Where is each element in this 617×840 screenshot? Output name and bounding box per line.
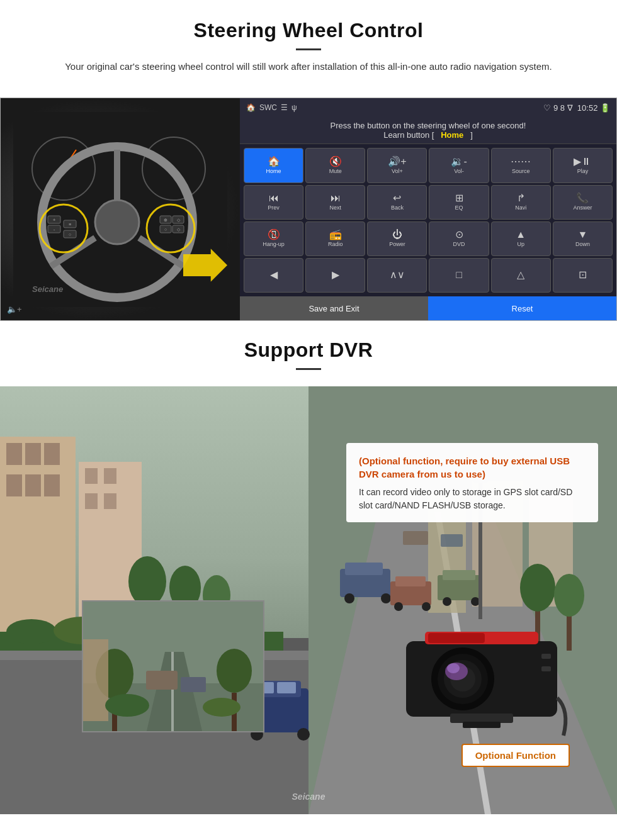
swc-btn-up[interactable]: ▲ Up [491,221,551,256]
swc-btn-source[interactable]: ⋯⋯ Source [491,148,551,182]
swc-btn-radio[interactable]: 📻 Radio [305,221,365,256]
dvd-btn-icon: ⊙ [455,230,463,240]
menu-icon: ☰ [281,103,288,112]
mute-btn-icon: 🔇 [329,157,342,167]
swc-btn-mute[interactable]: 🔇 Mute [305,148,365,182]
swc-divider [296,48,321,50]
swc-action-bar: Save and Exit Reset [240,296,616,320]
swc-btn-eq[interactable]: ⊞ EQ [429,185,489,220]
left-btn-icon: ◀ [270,270,278,280]
swc-btn-prev[interactable]: ⏮ Prev [244,185,303,220]
optional-function-badge: Optional Function [461,744,570,767]
svg-rect-42 [104,493,116,509]
svg-text:○: ○ [69,232,71,237]
svg-rect-75 [443,570,475,580]
power-btn-icon: ⏻ [392,230,402,240]
dvr-title: Support DVR [25,339,592,362]
swc-btn-dvd[interactable]: ⊙ DVD [429,221,489,256]
dvr-camera-area [384,600,579,745]
swc-btn-grid[interactable]: ⊡ [553,258,613,293]
home-btn-label: Home [266,168,281,174]
svg-point-5 [95,200,139,244]
svg-rect-87 [277,682,296,693]
svg-rect-67 [345,563,383,575]
swc-learn-row: Press the button on the steering wheel o… [240,117,616,144]
svg-point-85 [297,728,310,741]
volume-icon: 🔈+ [7,305,22,314]
up-btn-label: Up [517,241,524,247]
swc-btn-tri[interactable]: △ [491,258,551,293]
svg-point-100 [203,698,241,717]
swc-btn-left[interactable]: ◀ [244,258,303,293]
svg-rect-112 [450,714,513,723]
swc-btn-hangup[interactable]: 📵 Hang-up [244,221,303,256]
svg-rect-33 [25,443,41,465]
right-btn-icon: ▶ [332,270,339,280]
svg-text:⊕: ⊕ [164,218,167,222]
svg-rect-31 [0,437,76,651]
swc-btn-home[interactable]: 🏠 Home [244,148,303,182]
dvr-image-area: (Optional function, require to buy exter… [0,386,617,814]
swc-btn-power[interactable]: ⏻ Power [367,221,427,256]
next-btn-label: Next [329,204,341,211]
svg-rect-36 [25,474,41,496]
dvd-btn-label: DVD [453,241,465,247]
swc-btn-play[interactable]: ▶⏸ Play [553,148,613,182]
svg-rect-74 [438,575,482,600]
prev-btn-label: Prev [268,204,280,211]
swc-btn-volup[interactable]: 🔊+ Vol+ [367,148,427,182]
svg-rect-78 [403,531,428,545]
reset-button[interactable]: Reset [428,296,616,320]
swc-btn-right[interactable]: ▶ [305,258,365,293]
mute-btn-label: Mute [329,168,342,174]
play-btn-icon: ▶⏸ [574,157,591,167]
swc-btn-caret[interactable]: ∧∨ [367,258,427,293]
signal-icon: ψ [292,103,297,112]
square-btn-icon: □ [456,270,462,280]
swc-button-grid: 🏠 Home 🔇 Mute 🔊+ Vol+ 🔉- Vol- ⋯⋯ Source … [240,144,616,296]
svg-rect-41 [85,493,98,509]
grid-btn-icon: ⊡ [579,270,587,280]
home-btn-icon: 🏠 [268,157,280,167]
svg-rect-98 [83,639,108,721]
answer-btn-label: Answer [573,204,592,211]
svg-rect-111 [541,666,551,671]
swc-btn-down[interactable]: ▼ Down [553,221,613,256]
source-btn-label: Source [512,168,530,174]
swc-btn-back[interactable]: ↩ Back [367,185,427,220]
svg-rect-35 [6,474,22,496]
svg-rect-93 [181,677,206,692]
volup-btn-label: Vol+ [392,168,403,174]
section-dvr-title-area: Support DVR [0,321,617,386]
svg-point-99 [105,694,149,717]
svg-rect-79 [441,534,463,547]
dvr-info-card: (Optional function, require to buy exter… [346,443,598,522]
svg-rect-34 [44,443,60,465]
up-btn-icon: ▲ [516,230,526,240]
navi-btn-label: Navi [515,204,526,211]
source-btn-icon: ⋯⋯ [511,157,531,167]
volup-btn-icon: 🔊+ [388,157,406,167]
next-btn-icon: ⏭ [331,193,341,203]
dvr-info-body: It can record video only to storage in G… [359,486,586,512]
back-btn-icon: ↩ [393,193,401,203]
svg-text:-: - [54,227,55,232]
svg-rect-66 [340,569,390,597]
swc-time: ♡ 9 8 ∇ 10:52 🔋 [543,103,610,113]
dvr-camera-svg [387,603,576,742]
swc-statusbar-left: 🏠 SWC ☰ ψ [246,103,297,112]
seicane-watermark-dvr: Seicane [292,792,325,802]
swc-btn-square[interactable]: □ [429,258,489,293]
swc-btn-answer[interactable]: 📞 Answer [553,185,613,220]
swc-label: SWC [259,103,277,112]
svg-rect-39 [85,468,98,484]
hangup-btn-label: Hang-up [263,241,285,247]
save-exit-button[interactable]: Save and Exit [240,296,428,320]
optional-function-label: Optional Function [475,750,556,761]
section-swc: Steering Wheel Control Your original car… [0,0,617,98]
svg-rect-40 [104,468,116,484]
swc-ui-panel: 🏠 SWC ☰ ψ ♡ 9 8 ∇ 10:52 🔋 Press the butt… [240,98,616,320]
swc-btn-next[interactable]: ⏭ Next [305,185,365,220]
swc-btn-navi[interactable]: ↱ Navi [491,185,551,220]
swc-btn-voldown[interactable]: 🔉- Vol- [429,148,489,182]
